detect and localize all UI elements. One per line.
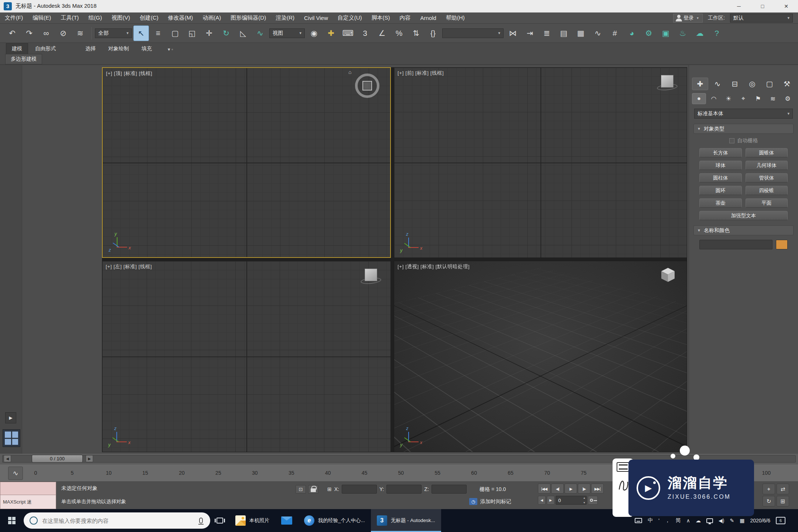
menu-item[interactable]: 内容 [395,13,416,23]
select-object-button[interactable]: ↖ [133,25,149,41]
render-setup-button[interactable]: ⚙ [641,25,657,41]
select-and-scale-button[interactable]: ◺ [235,25,251,41]
ribbon-tab-modeling[interactable]: 建模 [6,43,28,54]
viewcube[interactable] [363,267,379,283]
helpers-category[interactable]: ⚑ [751,93,765,104]
go-to-end-button[interactable]: ▶▶| [591,484,604,494]
viewport-layout-expand-button[interactable]: ▶ [5,412,16,423]
space-warps-category[interactable]: ≋ [766,93,780,104]
primitive-button[interactable]: 茶壶 [699,198,742,208]
percent-snap-toggle[interactable]: % [391,25,407,41]
primitive-button[interactable]: 圆柱体 [699,173,742,183]
x-coordinate-field[interactable] [342,485,377,494]
ribbon-tab-selection[interactable]: 选择 [80,44,101,54]
toggle-ribbon-button[interactable]: ▦ [573,25,589,41]
viewport-label[interactable]: [+] [前] [标准] [线框] [398,70,444,76]
viewport-label[interactable]: [+] [左] [标准] [线框] [106,263,152,270]
ime-apostrophe-mark[interactable]: ' [658,518,659,524]
utilities-tab[interactable]: ⚒ [779,78,795,90]
render-help-button[interactable]: ? [709,25,724,41]
select-by-name-button[interactable]: ≡ [150,25,166,41]
name-color-rollout-header[interactable]: ▼ 名称和颜色 [693,225,794,235]
menu-item[interactable]: 编辑(E) [28,13,56,23]
hidden-icons-chevron[interactable]: ∧ [686,518,690,524]
hierarchy-tab[interactable]: ⊟ [727,78,743,90]
rendered-frame-window-button[interactable]: ▣ [658,25,673,41]
motion-tab[interactable]: ◎ [744,78,760,90]
ribbon-tab-freeform[interactable]: 自由形式 [30,44,61,54]
time-slider-handle[interactable]: 0 / 100 [32,455,83,463]
redo-button[interactable]: ↷ [21,25,37,41]
task-view-button[interactable] [210,518,229,524]
primitive-button[interactable]: 球体 [699,161,742,170]
spinner-arrows[interactable]: ▲▼ [583,497,586,504]
menu-item[interactable]: 自定义(U) [333,13,367,23]
next-frame-button[interactable]: |▶ [578,484,590,494]
schematic-view-button[interactable]: # [607,25,623,41]
primitive-type-dropdown[interactable]: 标准基本体 ▾ [694,109,793,119]
mirror-button[interactable]: ⋈ [505,25,521,41]
menu-item[interactable]: 修改器(M) [163,13,198,23]
menu-item[interactable]: 视图(V) [107,13,135,23]
workspace-dropdown[interactable]: 默认 ▾ [730,14,793,23]
taskbar-app-mail[interactable] [275,509,298,532]
viewport-perspective[interactable]: [+] [透视] [标准] [默认明暗处理] z x y [394,261,687,452]
menu-item[interactable]: 工具(T) [56,13,83,23]
viewport-left[interactable]: [+] [左] [标准] [线框] z x y [102,261,391,452]
unlink-selection-button[interactable]: ⊘ [55,25,71,41]
object-color-swatch[interactable] [776,240,788,249]
viewport-label[interactable]: [+] [顶] [标准] [线框] [106,70,152,77]
window-crossing-toggle[interactable]: ◱ [184,25,200,41]
toggle-scene-explorer-button[interactable]: ≣ [539,25,555,41]
menu-item[interactable]: 渲染(R) [271,13,299,23]
lights-category[interactable]: ☀ [722,93,736,104]
menu-item[interactable]: Civil View [299,13,333,23]
display-tab[interactable]: ▢ [761,78,778,90]
menu-item[interactable]: 脚本(S) [367,13,395,23]
previous-frame-button[interactable]: ◀| [551,484,564,494]
select-and-place-button[interactable]: ∿ [252,25,268,41]
mini-curve-editor-button[interactable]: ∿ [8,467,23,480]
modify-tab[interactable]: ∿ [709,78,726,90]
pan-button[interactable]: ⇄ [777,484,789,494]
create-tab[interactable]: ✚ [692,78,708,90]
viewport-layout-tabs-icon[interactable] [3,429,20,447]
toggle-layer-explorer-button[interactable]: ▤ [556,25,572,41]
taskbar-date[interactable]: 2020/6/6 [750,518,771,524]
viewport-label[interactable]: [+] [透视] [标准] [默认明暗处理] [398,263,470,270]
object-type-rollout-header[interactable]: ▼ 对象类型 [693,124,794,134]
render-in-cloud-button[interactable]: ☁ [692,25,707,41]
ribbon-tab-object-paint[interactable]: 对象绘制 [103,44,134,54]
angle-snap-toggle[interactable]: ∠ [374,25,390,41]
pen-icon[interactable]: ✎ [730,518,734,524]
maximize-button[interactable]: □ [751,0,774,12]
menu-item[interactable]: 图形编辑器(D) [226,13,271,23]
primitive-button[interactable]: 加强型文本 [699,211,788,220]
rectangular-selection-region-button[interactable]: ▢ [167,25,183,41]
ime-simplified-toggle[interactable]: 简 [676,517,681,524]
ime-language-toggle[interactable]: 中 [648,517,653,524]
play-button[interactable]: ▶ [565,484,577,494]
maximize-viewport-toggle[interactable]: ⊞ [777,496,789,507]
primitive-button[interactable]: 管状体 [746,173,788,183]
edit-named-selection-sets-button[interactable]: {} [425,25,441,41]
calendar-icon[interactable]: ▦ [740,518,744,524]
y-coordinate-field[interactable] [386,485,422,494]
cameras-category[interactable]: ⌖ [736,93,750,104]
taskbar-search[interactable] [24,512,210,529]
menu-item[interactable]: 文件(F) [0,13,28,23]
absolute-mode-icon[interactable]: ⊞ [327,486,332,492]
viewcube[interactable]: ⌂ [354,72,381,99]
maxscript-mini-listener[interactable]: MAXScript 迷 [0,482,56,509]
taskbar-app-3dsmax[interactable]: 3 无标题 - Autodesk... [371,509,441,532]
taskbar-app-browser[interactable]: e 我的经验_个人中心... [298,509,371,532]
z-coordinate-field[interactable] [432,485,467,494]
menu-item[interactable]: 动画(A) [198,13,226,23]
key-mode-toggle[interactable] [588,496,598,505]
primitive-button[interactable]: 平面 [746,198,788,208]
viewcube[interactable] [659,266,676,285]
object-name-field[interactable] [699,240,773,249]
select-and-link-button[interactable]: ∞ [38,25,54,41]
viewcube[interactable] [659,74,675,89]
autogrid-checkbox[interactable] [729,138,734,143]
